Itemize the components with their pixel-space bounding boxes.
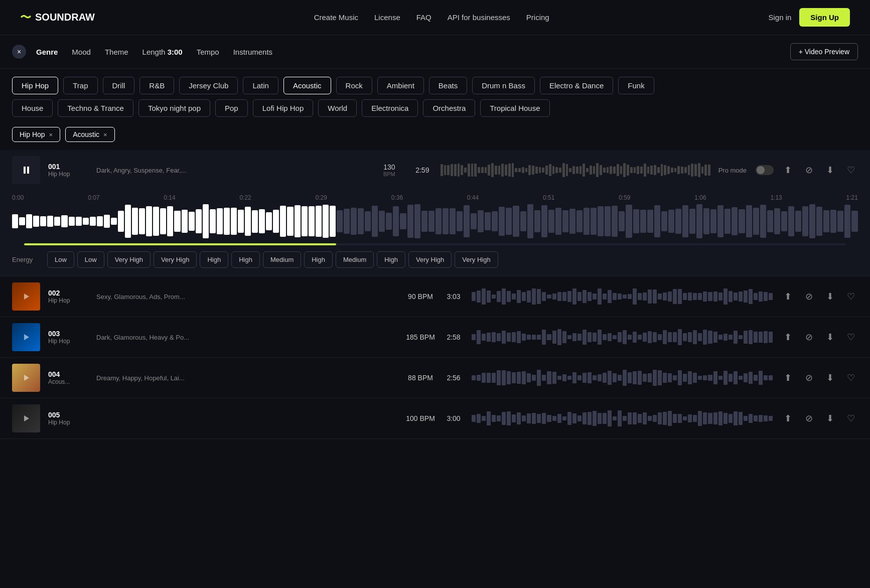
genre-chip-rock[interactable]: Rock [336, 77, 372, 94]
energy-chip[interactable]: Very High [408, 251, 452, 268]
thumb-overlay [12, 323, 40, 351]
genre-chip-beats[interactable]: Beats [429, 77, 467, 94]
energy-chip[interactable]: Very High [107, 251, 151, 268]
track-001-waveform-mini[interactable] [441, 161, 710, 179]
genre-chip-pop[interactable]: Pop [215, 99, 248, 117]
genre-chip-electronica[interactable]: Electronica [362, 99, 418, 117]
favorite-icon[interactable]: ♡ [844, 289, 858, 304]
nav-faq[interactable]: FAQ [416, 13, 431, 22]
share-icon[interactable]: ⬆ [781, 330, 795, 344]
genre-chip-jersey-club[interactable]: Jersey Club [179, 77, 238, 94]
nav-pricing[interactable]: Pricing [526, 13, 549, 22]
nav-license[interactable]: License [374, 13, 400, 22]
signin-link[interactable]: Sign in [768, 13, 791, 22]
share-icon[interactable]: ⬆ [781, 371, 795, 385]
remove-tag-button[interactable]: × [49, 131, 53, 138]
track-thumbnail[interactable] [12, 282, 40, 311]
energy-chip[interactable]: High [200, 251, 228, 268]
genre-chip-orchestra[interactable]: Orchestra [423, 99, 475, 117]
genre-chip-acoustic[interactable]: Acoustic [283, 77, 331, 94]
filter-tab-mood[interactable]: Mood [68, 46, 95, 58]
track-005-duration: 3:00 [444, 414, 464, 422]
filter-tab-instruments[interactable]: Instruments [229, 46, 276, 58]
time-marker: 1:21 [846, 194, 858, 201]
signup-button[interactable]: Sign Up [799, 8, 850, 27]
energy-chip[interactable]: Medium [336, 251, 374, 268]
genre-chip-funk[interactable]: Funk [618, 77, 654, 94]
edit-icon[interactable]: ⊘ [802, 330, 816, 344]
video-preview-button[interactable]: + Video Preview [790, 43, 858, 60]
download-icon[interactable]: ⬇ [823, 330, 837, 344]
nav-create-music[interactable]: Create Music [314, 13, 358, 22]
energy-chip[interactable]: High [231, 251, 260, 268]
genre-chip-electro-&-dance[interactable]: Electro & Dance [540, 77, 613, 94]
nav-api[interactable]: API for businesses [448, 13, 510, 22]
energy-chip[interactable]: Medium [263, 251, 301, 268]
track-005-waveform [472, 409, 773, 427]
track-row[interactable]: 005 Hip Hop 100 BPM 3:00 ⬆ ⊘ ⬇ ♡ [0, 398, 870, 439]
genre-chip-ambient[interactable]: Ambient [377, 77, 424, 94]
track-thumbnail[interactable] [12, 323, 40, 351]
genre-chip-world[interactable]: World [318, 99, 357, 117]
energy-chip[interactable]: High [304, 251, 333, 268]
energy-chip[interactable]: Low [77, 251, 104, 268]
genre-chip-hip-hop[interactable]: Hip Hop [12, 77, 58, 94]
track-003-genre: Hip Hop [48, 338, 88, 345]
pro-mode-toggle[interactable] [756, 165, 774, 175]
genre-chip-trap[interactable]: Trap [63, 77, 97, 94]
track-row[interactable]: 002 Hip Hop Sexy, Glamorous, Ads, Prom..… [0, 276, 870, 317]
genre-chip-drill[interactable]: Drill [103, 77, 135, 94]
active-tags: Hip Hop×Acoustic× [0, 122, 870, 150]
download-icon[interactable]: ⬇ [823, 411, 837, 425]
svg-marker-1 [24, 334, 29, 340]
time-marker: 1:13 [770, 194, 782, 201]
share-icon[interactable]: ⬆ [781, 163, 795, 177]
download-icon[interactable]: ⬇ [823, 371, 837, 385]
filter-tab-genre[interactable]: Genre [32, 46, 62, 58]
favorite-icon[interactable]: ♡ [844, 411, 858, 425]
play-icon [22, 333, 31, 342]
filter-close-button[interactable]: × [12, 45, 26, 59]
genre-chip-latin[interactable]: Latin [243, 77, 278, 94]
play-pause-button[interactable] [12, 156, 40, 184]
track-row[interactable]: 003 Hip Hop Dark, Glamorous, Heavy & Po.… [0, 317, 870, 358]
genre-chip-lofi-hip-hop[interactable]: Lofi Hip Hop [253, 99, 314, 117]
genre-chip-drum-n-bass[interactable]: Drum n Bass [472, 77, 535, 94]
share-icon[interactable]: ⬆ [781, 289, 795, 304]
download-icon[interactable]: ⬇ [823, 289, 837, 304]
filter-tab-theme[interactable]: Theme [101, 46, 132, 58]
track-004-waveform [472, 369, 773, 387]
remove-tag-button[interactable]: × [103, 131, 107, 138]
download-icon[interactable]: ⬇ [823, 163, 837, 177]
energy-chip[interactable]: Very High [154, 251, 197, 268]
favorite-icon[interactable]: ♡ [844, 371, 858, 385]
edit-icon[interactable]: ⊘ [802, 371, 816, 385]
track-thumbnail[interactable] [12, 404, 40, 432]
edit-icon[interactable]: ⊘ [802, 289, 816, 304]
genre-section: Hip HopTrapDrillR&BJersey ClubLatinAcous… [0, 69, 870, 117]
energy-chip[interactable]: Low [47, 251, 74, 268]
genre-chip-tropical-house[interactable]: Tropical House [480, 99, 549, 117]
favorite-icon[interactable]: ♡ [844, 163, 858, 177]
time-ruler: 0:000:070:140:220:290:360:440:510:591:06… [12, 194, 858, 203]
logo[interactable]: 〜 SOUNDRAW [20, 10, 95, 25]
genre-chip-tokyo-night-pop[interactable]: Tokyo night pop [138, 99, 210, 117]
track-row[interactable]: 004 Acous... Dreamy, Happy, Hopeful, Lai… [0, 358, 870, 398]
energy-chip[interactable]: High [377, 251, 405, 268]
track-004-tags: Dreamy, Happy, Hopeful, Lai... [96, 374, 397, 382]
genre-chip-house[interactable]: House [12, 99, 53, 117]
favorite-icon[interactable]: ♡ [844, 330, 858, 344]
big-waveform[interactable] [12, 203, 858, 243]
edit-icon[interactable]: ⊘ [802, 411, 816, 425]
edit-icon[interactable]: ⊘ [802, 163, 816, 177]
energy-chip[interactable]: Very High [455, 251, 498, 268]
filter-tab-tempo[interactable]: Tempo [193, 46, 223, 58]
share-icon[interactable]: ⬆ [781, 411, 795, 425]
waveform-scrollbar[interactable] [24, 243, 846, 245]
genre-chip-techno-&-trance[interactable]: Techno & Trance [58, 99, 133, 117]
track-001-actions: Pro mode ⬆ ⊘ ⬇ ♡ [718, 163, 858, 177]
filter-tab-length[interactable]: Length 3:00 [138, 46, 187, 58]
track-thumbnail[interactable] [12, 364, 40, 392]
track-002-actions: ⬆ ⊘ ⬇ ♡ [781, 289, 858, 304]
genre-chip-r&b[interactable]: R&B [139, 77, 174, 94]
